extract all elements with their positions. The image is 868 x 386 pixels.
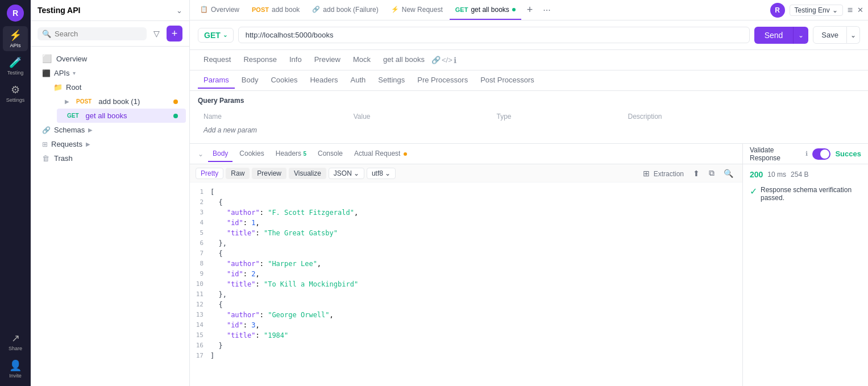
body-tab-console[interactable]: Console — [313, 146, 347, 162]
url-input[interactable] — [238, 27, 750, 43]
tab-new-request[interactable]: ⚡ New Request — [385, 0, 448, 20]
search-input[interactable] — [55, 30, 142, 38]
filter-button[interactable]: ▽ — [151, 27, 162, 40]
search-response-button[interactable]: 🔍 — [720, 167, 737, 180]
testing-icon: 🧪 — [9, 56, 22, 69]
chevron-down-icon[interactable]: ⌄ — [176, 6, 182, 15]
nav-item-overview[interactable]: ⬜ Overview — [34, 51, 186, 66]
code-line: 14 "id": 3, — [190, 320, 742, 330]
trash-label: Trash — [54, 154, 73, 163]
schemas-label: Schemas — [54, 126, 85, 134]
body-tab-actual-request[interactable]: Actual Request — [350, 146, 412, 162]
copy-button[interactable]: ⧉ — [705, 167, 718, 180]
params-tab-auth[interactable]: Auth — [345, 72, 372, 89]
save-dropdown-button[interactable]: ⌄ — [847, 26, 860, 44]
method-selector[interactable]: GET ⌄ — [198, 28, 234, 43]
format-raw-button[interactable]: Raw — [226, 168, 250, 179]
tab-mock[interactable]: Mock — [347, 52, 376, 68]
avatar[interactable]: R — [7, 5, 24, 22]
tab-preview[interactable]: Preview — [309, 52, 346, 68]
close-icon[interactable]: ✕ — [857, 6, 863, 14]
sidebar-item-apis[interactable]: ⚡ APIs — [3, 26, 28, 51]
save-button-group: Save ⌄ — [813, 26, 860, 44]
params-tab-post-processors[interactable]: Post Processors — [475, 72, 540, 89]
sidebar-item-testing[interactable]: 🧪 Testing — [3, 53, 28, 78]
post-badge: POST — [74, 98, 94, 105]
tab-response[interactable]: Response — [238, 52, 283, 68]
extraction-button[interactable]: ⊞ Extraction — [639, 167, 687, 180]
send-dropdown-button[interactable]: ⌄ — [793, 27, 808, 44]
tab-info[interactable]: Info — [284, 52, 308, 68]
format-visualize-button[interactable]: Visualize — [289, 168, 326, 179]
body-tab-cookies[interactable]: Cookies — [235, 146, 268, 162]
search-row: 🔍 ▽ + — [31, 21, 189, 47]
code-line: 15 "title": "1984" — [190, 330, 742, 341]
body-tab-body[interactable]: Body — [208, 146, 232, 162]
nav-item-get-all-books[interactable]: GET get all books — [57, 109, 186, 123]
nav-section-apis[interactable]: ⬛ APIs ▾ — [34, 66, 186, 80]
code-line: 6 }, — [190, 238, 742, 248]
tab-overview[interactable]: 📋 Overview — [194, 0, 245, 20]
nav-item-trash[interactable]: 🗑 Trash — [34, 151, 186, 165]
env-chevron-icon: ⌄ — [832, 6, 838, 14]
info-icon[interactable]: ℹ — [454, 56, 456, 65]
body-tab-headers[interactable]: Headers 5 — [271, 146, 311, 162]
params-tab-headers[interactable]: Headers — [304, 72, 343, 89]
add-param-row[interactable]: Add a new param — [199, 124, 859, 136]
json-format-selector[interactable]: JSON ⌄ — [329, 168, 364, 179]
add-button[interactable]: + — [167, 26, 182, 41]
params-tab-cookies[interactable]: Cookies — [265, 72, 303, 89]
send-button[interactable]: Send — [754, 27, 794, 44]
code-icon[interactable]: </> — [442, 56, 452, 64]
more-tabs-button[interactable]: ··· — [538, 3, 555, 18]
format-preview-button[interactable]: Preview — [252, 168, 286, 179]
code-line: 3 "author": "F. Scott Fitzgerald", — [190, 207, 742, 218]
nav-item-post-add-book[interactable]: ▶ POST add book (1) — [57, 94, 186, 109]
sidebar-item-settings[interactable]: ⚙ Settings — [3, 81, 28, 106]
collapse-button[interactable]: ⌄ — [196, 148, 206, 160]
tab-post-add-book[interactable]: POST add book — [246, 0, 305, 20]
save-button[interactable]: Save — [813, 26, 847, 44]
validate-toggle[interactable] — [812, 148, 831, 160]
code-line: 7 { — [190, 248, 742, 259]
sidebar-item-share[interactable]: ↗ Share — [3, 329, 28, 354]
nav-section-requests[interactable]: ⊞ Requests ▶ — [34, 137, 186, 151]
menu-icon[interactable]: ≡ — [848, 5, 853, 15]
code-line: 8 "author": "Harper Lee", — [190, 259, 742, 269]
tab-active-dot — [512, 8, 516, 11]
params-tab-pre-processors[interactable]: Pre Processors — [412, 72, 474, 89]
status-row: 200 10 ms 254 B — [750, 170, 861, 179]
body-response-area: ⌄ Body Cookies Headers 5 Console Actual … — [190, 144, 868, 386]
tab-endpoint-name[interactable]: get all books — [377, 52, 430, 68]
code-line: 2 { — [190, 197, 742, 207]
validate-info-icon[interactable]: ℹ — [805, 150, 808, 157]
params-tab-params[interactable]: Params — [198, 72, 235, 89]
nav-item-root[interactable]: 📁 Root — [45, 80, 186, 94]
params-tabs-row: Params Body Cookies Headers Auth Setting… — [190, 70, 868, 91]
search-icon: 🔍 — [42, 30, 51, 38]
response-time: 10 ms — [767, 171, 786, 179]
link-icon[interactable]: 🔗 — [431, 56, 441, 64]
params-tab-body[interactable]: Body — [236, 72, 264, 89]
tab-get-all-books[interactable]: GET get all books — [450, 0, 521, 20]
schema-msg: Response schema verification passed. — [761, 186, 861, 202]
sidebar-item-invite[interactable]: 👤 Invite — [3, 356, 28, 381]
code-line: 10 "title": "To Kill a Mockingbird" — [190, 279, 742, 289]
add-param-placeholder[interactable]: Add a new param — [199, 124, 859, 136]
json-chevron-icon: ⌄ — [354, 169, 359, 177]
tab-failure-label: add book (Failure) — [323, 6, 378, 14]
user-avatar[interactable]: R — [770, 3, 785, 18]
add-tab-button[interactable]: + — [522, 2, 538, 18]
download-button[interactable]: ⬆ — [690, 167, 703, 180]
tab-request[interactable]: Request — [198, 52, 236, 68]
search-bar[interactable]: 🔍 — [38, 27, 147, 40]
code-line: 16 } — [190, 341, 742, 351]
code-line: 4 "id": 1, — [190, 218, 742, 228]
encoding-selector[interactable]: utf8 ⌄ — [367, 168, 396, 179]
schemas-icon: 🔗 — [42, 126, 51, 134]
nav-section-schemas[interactable]: 🔗 Schemas ▶ — [34, 123, 186, 137]
format-pretty-button[interactable]: Pretty — [196, 168, 223, 179]
env-selector[interactable]: Testing Env ⌄ — [790, 5, 843, 16]
params-tab-settings[interactable]: Settings — [372, 72, 410, 89]
tab-add-book-failure[interactable]: 🔗 add book (Failure) — [306, 0, 384, 20]
